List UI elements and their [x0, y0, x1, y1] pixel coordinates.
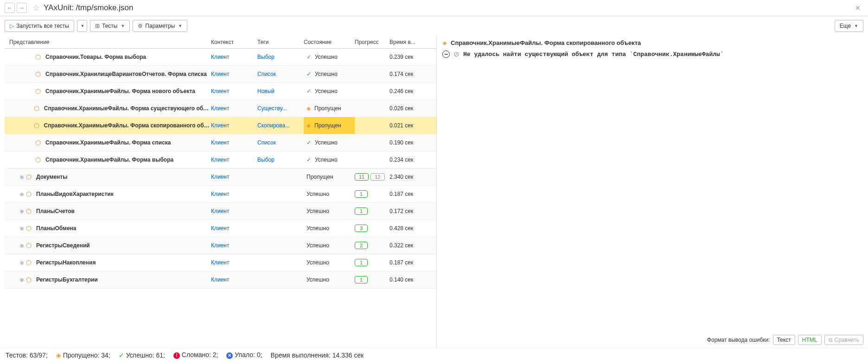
- cell-tag[interactable]: Список: [257, 139, 304, 146]
- run-all-button[interactable]: ▷ Запустить все тесты: [5, 20, 74, 32]
- puzzle-icon: ⬡: [25, 207, 32, 215]
- col-state[interactable]: Состояние: [304, 39, 355, 45]
- cell-tag[interactable]: Выбор: [257, 157, 304, 163]
- row-name: ПланыСчетов: [36, 208, 75, 214]
- cell-context[interactable]: Клиент: [211, 208, 257, 214]
- check-icon: ✓: [306, 139, 311, 146]
- table-row[interactable]: ⬡Справочник.Товары. Форма выбораКлиентВы…: [5, 49, 436, 66]
- table-row[interactable]: ⬡Справочник.ХранимыеФайлы. Форма нового …: [5, 83, 436, 100]
- check-icon: ✓: [306, 88, 311, 94]
- expand-icon[interactable]: ⊕: [19, 226, 25, 231]
- format-html-button[interactable]: HTML: [798, 335, 822, 345]
- table-row[interactable]: ⊕⬡ПланыВидовХарактеристикКлиентУспешно10…: [5, 186, 436, 203]
- table-row[interactable]: ⊕⬡ПланыОбменаКлиентУспешно30.428 сек: [5, 220, 436, 237]
- puzzle-icon: ⬡: [34, 156, 42, 163]
- close-icon[interactable]: ✕: [852, 4, 863, 12]
- grid-body[interactable]: ⬡Справочник.Товары. Форма выбораКлиентВы…: [5, 49, 436, 348]
- table-row[interactable]: ⊕⬡ДокументыКлиентПропущен11122.340 сек: [5, 169, 436, 186]
- status-bar: Тестов: 63/97; ◈ Пропущено: 34; ✓ Успешн…: [0, 348, 868, 362]
- results-pane: Представление Контекст Теги Состояние Пр…: [5, 36, 437, 348]
- cell-name: ⬡Справочник.Товары. Форма выбора: [9, 53, 211, 61]
- table-row[interactable]: ⊕⬡РегистрыБухгалтерииКлиентУспешно10.140…: [5, 271, 436, 289]
- cell-context[interactable]: Клиент: [211, 105, 257, 112]
- cell-context[interactable]: Клиент: [211, 259, 257, 266]
- compare-icon: ⧉: [829, 337, 833, 343]
- collapse-icon[interactable]: −: [442, 50, 450, 58]
- puzzle-icon: ⬡: [34, 139, 42, 146]
- chevron-down-icon: ▼: [121, 24, 125, 28]
- duration: Время выполнения: 14.336 сек: [271, 351, 364, 359]
- col-context[interactable]: Контекст: [211, 39, 257, 45]
- cell-context[interactable]: Клиент: [211, 122, 257, 129]
- tests-button[interactable]: ⊞ Тесты ▼: [90, 20, 130, 32]
- cell-state: Успешно: [304, 276, 355, 283]
- run-all-label: Запустить все тесты: [16, 23, 69, 29]
- expand-icon[interactable]: ⊕: [19, 260, 25, 265]
- table-row[interactable]: ⊕⬡ПланыСчетовКлиентУспешно10.172 сек: [5, 203, 436, 220]
- cell-tag[interactable]: Существу...: [257, 105, 304, 112]
- puzzle-icon: ⬡: [25, 190, 32, 198]
- table-row[interactable]: ⬡Справочник.ХранилищеВариантовОтчетов. Ф…: [5, 66, 436, 83]
- cell-context[interactable]: Клиент: [211, 276, 257, 283]
- row-name: Справочник.ХранилищеВариантовОтчетов. Фо…: [45, 71, 207, 77]
- cell-context[interactable]: Клиент: [211, 242, 257, 249]
- back-button[interactable]: ←: [5, 3, 15, 13]
- cell-name: ⬡Справочник.ХранимыеФайлы. Форма существ…: [9, 105, 211, 112]
- row-name: Справочник.Товары. Форма выбора: [45, 54, 146, 60]
- cell-state: Успешно: [304, 191, 355, 197]
- cell-time: 0.187 сек: [389, 259, 436, 266]
- run-dropdown-button[interactable]: ▼: [77, 20, 87, 32]
- expand-icon[interactable]: ⊕: [19, 277, 25, 282]
- table-row[interactable]: ⬡Справочник.ХранимыеФайлы. Форма спискаК…: [5, 134, 436, 151]
- cell-context[interactable]: Клиент: [211, 174, 257, 180]
- cell-context[interactable]: Клиент: [211, 88, 257, 94]
- expand-icon[interactable]: ⊕: [19, 209, 25, 214]
- compare-button[interactable]: ⧉ Сравнить: [824, 335, 863, 345]
- expand-icon[interactable]: ⊕: [19, 243, 25, 248]
- cell-tag[interactable]: Скопирова...: [257, 122, 304, 129]
- badge-success: 3: [355, 225, 368, 232]
- window-header: ← → ☆ YAxUnit: /tmp/smoke.json ✕: [0, 0, 868, 16]
- more-button[interactable]: Еще ▼: [835, 20, 863, 32]
- forward-button[interactable]: →: [17, 3, 27, 13]
- col-tags[interactable]: Теги: [257, 39, 304, 45]
- col-progress[interactable]: Прогресс: [355, 39, 389, 45]
- col-time[interactable]: Время в...: [389, 39, 436, 45]
- table-row[interactable]: ⬡Справочник.ХранимыеФайлы. Форма выбораК…: [5, 151, 436, 169]
- table-row[interactable]: ⬡Справочник.ХранимыеФайлы. Форма скопиро…: [5, 117, 436, 134]
- puzzle-icon: ⬡: [25, 259, 32, 266]
- expand-icon[interactable]: ⊕: [19, 175, 25, 180]
- cell-state: ✓Успешно: [304, 54, 355, 60]
- cell-context[interactable]: Клиент: [211, 139, 257, 146]
- cell-time: 0.140 сек: [389, 276, 436, 283]
- params-button[interactable]: ⚙ Параметры ▼: [133, 20, 187, 32]
- cell-tag[interactable]: Список: [257, 71, 304, 77]
- cell-time: 0.174 сек: [389, 71, 436, 77]
- favorite-icon[interactable]: ☆: [32, 3, 40, 13]
- cell-context[interactable]: Клиент: [211, 54, 257, 60]
- puzzle-icon: ⬡: [25, 225, 32, 232]
- row-name: ПланыВидовХарактеристик: [36, 191, 114, 197]
- cell-context[interactable]: Клиент: [211, 191, 257, 197]
- cell-state: ◈Пропущен: [304, 117, 355, 134]
- puzzle-icon: ⬡: [25, 242, 32, 249]
- cell-context[interactable]: Клиент: [211, 157, 257, 163]
- cell-context[interactable]: Клиент: [211, 71, 257, 77]
- cell-state: Успешно: [304, 208, 355, 214]
- cell-state: Успешно: [304, 259, 355, 266]
- cell-progress: 2: [355, 242, 389, 249]
- cell-tag[interactable]: Новый: [257, 88, 304, 94]
- cell-context[interactable]: Клиент: [211, 225, 257, 232]
- table-row[interactable]: ⊕⬡РегистрыСведенийКлиентУспешно20.322 се…: [5, 237, 436, 254]
- detail-title: Справочник.ХранимыеФайлы. Форма скопиров…: [451, 39, 641, 46]
- table-row[interactable]: ⬡Справочник.ХранимыеФайлы. Форма существ…: [5, 100, 436, 117]
- check-icon: ✓: [306, 54, 311, 60]
- table-row[interactable]: ⊕⬡РегистрыНакопленияКлиентУспешно10.187 …: [5, 254, 436, 271]
- col-name[interactable]: Представление: [9, 39, 211, 45]
- row-name: РегистрыНакопления: [36, 259, 96, 266]
- format-text-button[interactable]: Текст: [773, 335, 795, 345]
- cell-tag[interactable]: Выбор: [257, 54, 304, 60]
- expand-icon[interactable]: ⊕: [19, 192, 25, 197]
- cell-time: 0.239 сек: [389, 54, 436, 60]
- puzzle-icon: ⬡: [25, 276, 32, 283]
